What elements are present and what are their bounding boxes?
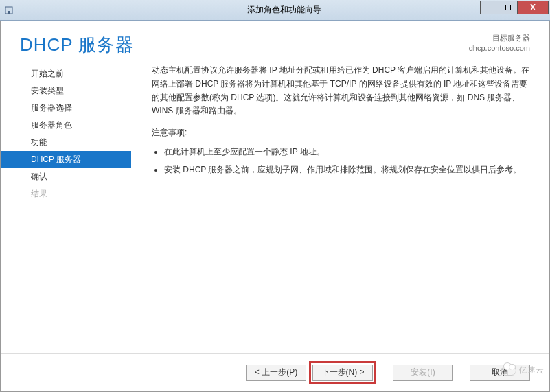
titlebar: 添加角色和功能向导 X	[0, 0, 550, 21]
svg-rect-1	[8, 11, 10, 14]
window-title: 添加角色和功能向导	[18, 4, 550, 16]
sidebar-item-dhcp-server[interactable]: DHCP 服务器	[1, 151, 131, 168]
wizard-footer: < 上一步(P) 下一步(N) > 安装(I) 取消	[1, 353, 549, 391]
maximize-button[interactable]	[499, 1, 518, 14]
minimize-button[interactable]	[480, 1, 499, 14]
window-controls: X	[481, 1, 549, 14]
notes-list: 在此计算机上至少应配置一个静态 IP 地址。 安装 DHCP 服务器之前，应规划…	[152, 146, 530, 177]
note-item: 安装 DHCP 服务器之前，应规划子网、作用域和排除范围。将规划保存在安全位置以…	[164, 163, 530, 177]
target-server-label: 目标服务器	[469, 33, 530, 43]
wizard-sidebar: 开始之前 安装类型 服务器选择 服务器角色 功能 DHCP 服务器 确认 结果	[1, 61, 131, 353]
sidebar-item-features[interactable]: 功能	[1, 134, 131, 151]
sidebar-item-results: 结果	[1, 185, 131, 203]
wizard-content: DHCP 服务器 目标服务器 dhcp.contoso.com 开始之前 安装类…	[0, 21, 550, 392]
page-title: DHCP 服务器	[20, 33, 134, 57]
target-server-info: 目标服务器 dhcp.contoso.com	[469, 33, 530, 54]
notes-heading: 注意事项:	[152, 126, 530, 140]
sidebar-item-confirm[interactable]: 确认	[1, 168, 131, 185]
cancel-button[interactable]: 取消	[470, 365, 530, 381]
wizard-header: DHCP 服务器 目标服务器 dhcp.contoso.com	[1, 21, 549, 61]
previous-button[interactable]: < 上一步(P)	[246, 365, 306, 381]
close-button[interactable]: X	[517, 1, 549, 14]
intro-text: 动态主机配置协议允许服务器将 IP 地址分配或租用给已作为 DHCP 客户端启用…	[152, 64, 530, 118]
sidebar-item-install-type[interactable]: 安装类型	[1, 82, 131, 100]
target-server-value: dhcp.contoso.com	[469, 43, 530, 54]
app-icon	[0, 0, 18, 20]
sidebar-item-before-begin[interactable]: 开始之前	[1, 65, 131, 82]
next-button-highlight: 下一步(N) >	[309, 361, 376, 384]
install-button: 安装(I)	[393, 365, 453, 381]
sidebar-item-server-roles[interactable]: 服务器角色	[1, 117, 131, 134]
wizard-main: 动态主机配置协议允许服务器将 IP 地址分配或租用给已作为 DHCP 客户端启用…	[131, 61, 549, 353]
wizard-body: 开始之前 安装类型 服务器选择 服务器角色 功能 DHCP 服务器 确认 结果 …	[1, 61, 549, 353]
sidebar-item-server-selection[interactable]: 服务器选择	[1, 100, 131, 117]
note-item: 在此计算机上至少应配置一个静态 IP 地址。	[164, 146, 530, 159]
next-button[interactable]: 下一步(N) >	[312, 365, 373, 381]
